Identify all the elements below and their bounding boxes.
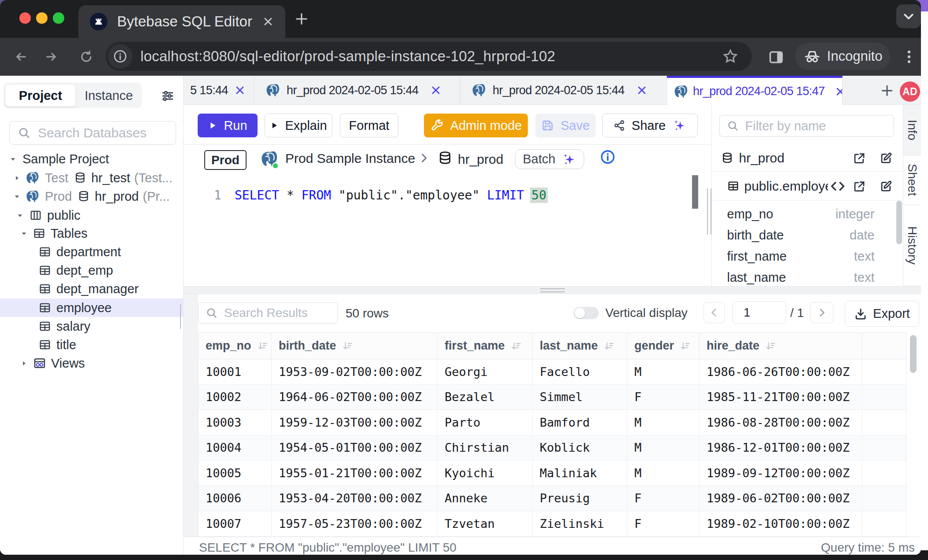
close-tab-icon[interactable] bbox=[835, 86, 843, 97]
caret-right-icon[interactable] bbox=[21, 360, 27, 367]
editor-scrollbar-thumb[interactable] bbox=[692, 175, 698, 209]
address-bar[interactable]: localhost:8080/sql-editor/prod-sample-in… bbox=[106, 42, 752, 71]
cell[interactable]: Koblick bbox=[533, 435, 627, 461]
cell[interactable]: F bbox=[627, 486, 700, 511]
cell[interactable]: 1989-09-12T00:00:00Z bbox=[700, 461, 862, 486]
table-row[interactable]: 100021964-06-02T00:00:00ZBezalelSimmelF1… bbox=[199, 385, 906, 410]
search-databases-input[interactable]: Search Databases bbox=[9, 121, 176, 145]
column-header-hire_date[interactable]: hire_date bbox=[700, 333, 862, 359]
cell[interactable]: 1957-05-23T00:00:00Z bbox=[272, 511, 438, 536]
cell[interactable]: 1953-09-02T00:00:00Z bbox=[272, 359, 438, 384]
tree-item-project[interactable]: Sample Project bbox=[0, 150, 184, 168]
browser-menu-dots-icon[interactable] bbox=[901, 48, 917, 65]
cell[interactable]: Bezalel bbox=[438, 385, 533, 410]
new-editor-tab-icon[interactable] bbox=[880, 84, 894, 98]
cell[interactable]: 1964-06-02T00:00:00Z bbox=[272, 385, 438, 410]
edit-icon[interactable] bbox=[880, 151, 893, 165]
site-info-icon[interactable] bbox=[108, 44, 133, 69]
page-number-input[interactable]: 1 bbox=[733, 301, 786, 324]
cell[interactable]: 10002 bbox=[199, 385, 272, 410]
cell[interactable]: Zielinski bbox=[533, 511, 627, 536]
info-circle-icon[interactable] bbox=[600, 150, 615, 164]
caret-down-icon[interactable] bbox=[21, 230, 27, 237]
avatar[interactable]: AD bbox=[900, 81, 920, 102]
cell[interactable]: 1985-11-21T00:00:00Z bbox=[700, 385, 862, 410]
open-external-icon[interactable] bbox=[853, 151, 866, 165]
tree-item-table-dept-emp[interactable]: dept_emp bbox=[0, 261, 184, 280]
cell[interactable]: 10005 bbox=[199, 461, 272, 486]
cell[interactable]: 1954-05-01T00:00:00Z bbox=[272, 435, 438, 461]
back-icon[interactable] bbox=[14, 50, 28, 64]
close-tab-icon[interactable] bbox=[234, 85, 246, 96]
cell[interactable]: M bbox=[627, 461, 700, 486]
cell[interactable]: 10001 bbox=[199, 359, 272, 384]
cell[interactable]: F bbox=[627, 385, 700, 410]
table-row[interactable]: 100051955-01-21T00:00:00ZKyoichiMaliniak… bbox=[199, 461, 906, 486]
explain-button[interactable]: Explain bbox=[265, 114, 332, 137]
editor-tab-3[interactable]: hr_prod 2024-02-05 15:44 bbox=[460, 76, 667, 105]
column-header-gender[interactable]: gender bbox=[627, 333, 700, 359]
cell[interactable]: Tzvetan bbox=[438, 511, 533, 536]
reload-icon[interactable] bbox=[79, 50, 93, 64]
browser-tab[interactable]: Bytebase SQL Editor bbox=[78, 5, 285, 38]
code-icon[interactable] bbox=[830, 178, 846, 194]
table-scrollbar-thumb[interactable] bbox=[910, 335, 917, 373]
cell[interactable]: F bbox=[627, 511, 700, 536]
filter-sliders-icon[interactable] bbox=[160, 88, 175, 103]
tree-item-schema-public[interactable]: public bbox=[0, 206, 184, 225]
vertical-display-toggle[interactable] bbox=[574, 307, 599, 319]
cell[interactable]: Georgi bbox=[438, 359, 533, 384]
traffic-light-minimize[interactable] bbox=[36, 12, 48, 24]
export-button[interactable]: Export bbox=[845, 301, 919, 327]
tree-item-table-salary[interactable]: salary bbox=[0, 317, 184, 335]
filter-by-name-input[interactable]: Filter by name bbox=[719, 115, 894, 137]
column-header-emp_no[interactable]: emp_no bbox=[199, 333, 272, 359]
browser-tab-close-icon[interactable] bbox=[262, 16, 274, 27]
tab-info[interactable]: Info bbox=[903, 105, 921, 155]
caret-down-icon[interactable] bbox=[14, 193, 20, 200]
tab-sheet[interactable]: Sheet bbox=[903, 155, 921, 205]
cell[interactable]: Chirstian bbox=[438, 435, 533, 461]
cell[interactable]: Preusig bbox=[533, 486, 627, 511]
cell[interactable]: 10006 bbox=[199, 486, 272, 511]
batch-button[interactable]: Batch bbox=[515, 149, 584, 169]
table-row[interactable]: 100011953-09-02T00:00:00ZGeorgiFacelloM1… bbox=[199, 359, 906, 385]
admin-mode-button[interactable]: Admin mode bbox=[424, 114, 528, 137]
cell[interactable]: 1959-12-03T00:00:00Z bbox=[272, 410, 438, 435]
cell[interactable]: Simmel bbox=[533, 385, 627, 410]
cell[interactable]: Maliniak bbox=[533, 461, 627, 486]
tree-item-test-db[interactable]: Test hr_test (Test... bbox=[0, 169, 184, 187]
tree-item-tables-group[interactable]: Tables bbox=[0, 224, 184, 243]
table-row[interactable]: 100031959-12-03T00:00:00ZPartoBamfordM19… bbox=[199, 410, 906, 435]
traffic-light-zoom[interactable] bbox=[53, 12, 64, 24]
caret-down-icon[interactable] bbox=[17, 212, 23, 219]
cell[interactable]: Facello bbox=[533, 359, 627, 384]
cell[interactable]: 1986-12-01T00:00:00Z bbox=[700, 435, 862, 461]
cell[interactable]: M bbox=[627, 359, 700, 384]
caret-right-icon[interactable] bbox=[14, 174, 20, 182]
schema-database-row[interactable]: hr_prod bbox=[713, 144, 903, 172]
caret-down-icon[interactable] bbox=[10, 155, 16, 163]
breadcrumb-database[interactable]: hr_prod bbox=[458, 152, 503, 167]
cell[interactable]: 10007 bbox=[199, 511, 272, 536]
share-button[interactable]: Share bbox=[602, 114, 698, 137]
editor-tab-4-active[interactable]: hr_prod 2024-02-05 15:47 bbox=[667, 76, 843, 105]
horizontal-splitter[interactable] bbox=[184, 286, 921, 294]
tree-item-views-group[interactable]: Views bbox=[0, 354, 184, 372]
bookmark-star-icon[interactable] bbox=[722, 48, 739, 65]
cell[interactable]: 10004 bbox=[199, 435, 272, 461]
panel-resize-handle[interactable] bbox=[707, 188, 711, 235]
cell[interactable]: M bbox=[627, 410, 700, 435]
tab-search-chevron-button[interactable] bbox=[896, 4, 921, 28]
tab-instance[interactable]: Instance bbox=[77, 85, 140, 107]
save-button[interactable]: Save bbox=[535, 114, 596, 137]
open-external-icon[interactable] bbox=[853, 180, 866, 193]
run-button[interactable]: Run bbox=[198, 114, 258, 137]
cell[interactable]: 10003 bbox=[199, 410, 272, 435]
tree-item-table-department[interactable]: department bbox=[0, 243, 184, 261]
tree-item-prod-db[interactable]: Prod hr_prod (Pr... bbox=[0, 187, 184, 206]
prev-page-button[interactable] bbox=[703, 302, 725, 323]
column-header-first_name[interactable]: first_name bbox=[438, 333, 533, 359]
next-page-button[interactable] bbox=[810, 302, 833, 323]
tab-history[interactable]: History bbox=[903, 205, 921, 286]
